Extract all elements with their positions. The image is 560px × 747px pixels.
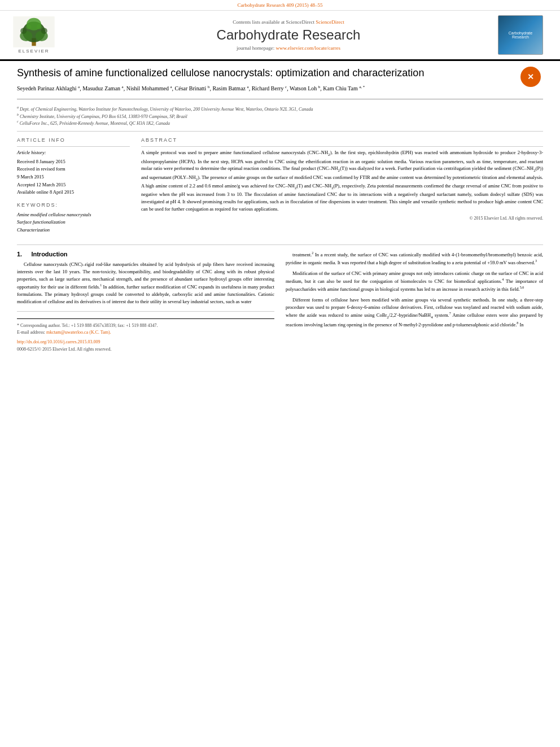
journal-homepage-link[interactable]: www.elsevier.com/locate/carres: [276, 45, 340, 51]
keyword-1: Amine modified cellulose nanocrystals: [17, 211, 130, 219]
section-number: 1.: [17, 251, 22, 257]
history-label: Article history:: [17, 149, 130, 157]
journal-cover-area: Carbohydrate Research: [492, 15, 549, 55]
svg-point-6: [20, 28, 27, 34]
body-columns: 1. Introduction Cellulose nanocrystals (…: [17, 251, 543, 352]
keywords-section: Keywords: Amine modified cellulose nanoc…: [17, 202, 130, 234]
affiliations: a Dept. of Chemical Engineering, Waterlo…: [17, 105, 543, 132]
article-info-section: ARTICLE INFO Article history: Received 8…: [17, 137, 130, 196]
svg-point-8: [26, 24, 31, 29]
crossmark-icon: ✕: [520, 67, 541, 87]
intro-body-text-left: Cellulose nanocrystals (CNC)–rigid rod-l…: [17, 261, 274, 306]
article-container: Synthesis of amine functionalized cellul…: [0, 61, 560, 363]
footer-area: * Corresponding author. Tel.: +1 519 888…: [17, 311, 274, 352]
affiliation-b: b Chemistry Institute, University of Cam…: [17, 112, 543, 120]
footnote-star: * Corresponding author. Tel.: +1 519 888…: [17, 323, 158, 328]
intro-body-text-right: treatment.2 In a recent study, the surfa…: [286, 251, 543, 329]
article-info-col: ARTICLE INFO Article history: Received 8…: [17, 137, 130, 239]
article-title-area: Synthesis of amine functionalized cellul…: [17, 67, 543, 99]
copyright-line: © 2015 Elsevier Ltd. All rights reserved…: [141, 216, 543, 221]
article-info-heading: ARTICLE INFO: [17, 137, 130, 143]
abstract-heading: ABSTRACT: [141, 137, 543, 143]
crossmark-badge[interactable]: ✕: [520, 67, 543, 89]
body-left-col: 1. Introduction Cellulose nanocrystals (…: [17, 251, 274, 352]
svg-point-7: [41, 28, 47, 34]
intro-para-1: Cellulose nanocrystals (CNC)–rigid rod-l…: [17, 261, 274, 306]
abstract-text: A simple protocol was used to prepare am…: [141, 149, 543, 212]
abstract-col: ABSTRACT A simple protocol was used to p…: [141, 137, 543, 239]
intro-para-2: treatment.2 In a recent study, the surfa…: [286, 251, 543, 267]
journal-header: ELSEVIER Contents lists available at Sci…: [0, 11, 560, 61]
journal-cover-image: Carbohydrate Research: [498, 15, 543, 55]
article-title: Synthesis of amine functionalized cellul…: [17, 67, 512, 80]
elsevier-wordmark: ELSEVIER: [18, 49, 49, 54]
sciencedirect-link: Contents lists available at ScienceDirec…: [85, 19, 492, 25]
journal-citation: Carbohydrate Research 409 (2015) 48–55: [238, 2, 323, 8]
intro-para-3: Modification of the surface of CNC with …: [286, 270, 543, 293]
revised-label: Received in revised form: [17, 166, 65, 172]
received-date: Received 8 January 2015: [17, 159, 65, 164]
elsevier-tree-icon: [11, 16, 56, 47]
available-date: Available online 8 April 2015: [17, 189, 74, 195]
article-history: Article history: Received 8 January 2015…: [17, 149, 130, 196]
journal-center-header: Contents lists available at ScienceDirec…: [85, 19, 492, 51]
email-label: E-mail address:: [17, 330, 45, 335]
email-link[interactable]: mkctam@uwaterloo.ca (K.C. Tam).: [46, 330, 111, 335]
publisher-logo-area: ELSEVIER: [11, 16, 85, 54]
body-right-col: treatment.2 In a recent study, the surfa…: [286, 251, 543, 352]
doi-link[interactable]: http://dx.doi.org/10.1016/j.carres.2015.…: [17, 339, 100, 344]
elsevier-logo: ELSEVIER: [11, 16, 56, 54]
keyword-3: Characterization: [17, 226, 130, 234]
doi-link-area: http://dx.doi.org/10.1016/j.carres.2015.…: [17, 339, 274, 344]
keywords-list: Amine modified cellulose nanocrystals Su…: [17, 211, 130, 234]
footer-copyright: 0008-6215/© 2015 Elsevier Ltd. All right…: [17, 347, 274, 352]
intro-para-4: Different forms of cellulose have been m…: [286, 296, 543, 329]
revised-date: 9 March 2015: [17, 174, 44, 180]
keywords-heading: Keywords:: [17, 202, 130, 208]
intro-label: Introduction: [26, 251, 67, 257]
email-footnote: E-mail address: mkctam@uwaterloo.ca (K.C…: [17, 329, 274, 336]
article-authors: Seyedeh Parinaz Akhlaghi a, Masuduz Zama…: [17, 84, 512, 93]
introduction-heading: 1. Introduction: [17, 251, 274, 257]
keyword-2: Surface functionalization: [17, 219, 130, 226]
accepted-date: Accepted 12 March 2015: [17, 182, 65, 187]
article-info-abstract-area: ARTICLE INFO Article history: Received 8…: [17, 137, 543, 244]
article-title-text: Synthesis of amine functionalized cellul…: [17, 67, 512, 93]
journal-citation-bar: Carbohydrate Research 409 (2015) 48–55: [0, 0, 560, 11]
sciencedirect-anchor[interactable]: ScienceDirect: [316, 19, 344, 25]
corresponding-author-footnote: * Corresponding author. Tel.: +1 519 888…: [17, 322, 274, 329]
journal-title: Carbohydrate Research: [85, 27, 492, 43]
journal-homepage: journal homepage: www.elsevier.com/locat…: [85, 45, 492, 51]
svg-point-9: [37, 24, 42, 29]
affiliation-c: c CelluForce Inc., 625, Président-Kenned…: [17, 119, 543, 126]
affiliation-a: a Dept. of Chemical Engineering, Waterlo…: [17, 105, 543, 112]
